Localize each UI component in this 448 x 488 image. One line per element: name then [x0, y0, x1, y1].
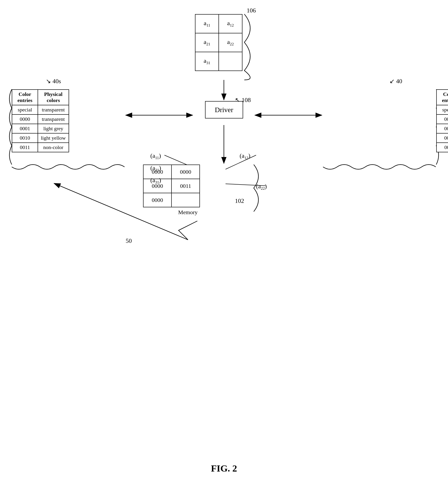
memory-row-3: 0000 [143, 193, 200, 207]
left-palette-header-row: Colorentries Physicalcolors [12, 89, 69, 105]
right-palette-row-2: 0010 light yellow [437, 133, 448, 143]
memory-cell-a31: 0000 [143, 193, 171, 207]
ref-106-label: 106 [247, 7, 256, 14]
display-grid-row: a21 a22 [195, 33, 242, 52]
right-palette-entry-0: 0000 [437, 114, 448, 124]
memory-cell-empty [171, 193, 200, 207]
left-palette-entry-special: special [12, 105, 38, 114]
display-cell-a31: a31 [195, 52, 219, 71]
display-cell-a11: a11 [195, 14, 219, 33]
left-palette-row-special: special transparent [12, 105, 69, 114]
left-palette-color-1: light grey [38, 124, 69, 133]
right-palette-entry-3: 0011 [437, 143, 448, 152]
right-palette-col1-header: Colorentries [437, 89, 448, 105]
driver-label: Driver [215, 106, 233, 114]
right-palette-row-3: 0011 yellow [437, 143, 448, 152]
right-palette-row-special: special transparent [437, 105, 448, 114]
a12-coord-label: (a12) [240, 152, 250, 160]
left-palette-row-3: 0011 non‑color [12, 143, 69, 152]
a21-coord-label: (a21) [150, 164, 161, 172]
display-grid-row: a31 [195, 52, 242, 71]
left-palette-color-0: transparent [38, 114, 69, 124]
right-palette-wavy [323, 164, 436, 169]
left-palette-row-1: 0001 light grey [12, 124, 69, 133]
memory-cell-a22: 0011 [171, 179, 200, 193]
left-palette-col1-header: Colorentries [12, 89, 38, 105]
left-palette-entry-3: 0011 [12, 143, 38, 152]
right-palette-entry-1: 0001 [437, 124, 448, 133]
right-palette-entry-special: special [437, 105, 448, 114]
driver-box: Driver [205, 101, 243, 118]
left-palette-entry-1: 0001 [12, 124, 38, 133]
display-cell-empty [219, 52, 242, 71]
memory-left-curl [178, 221, 197, 240]
display-grid-table: a11 a12 a21 a22 a31 [195, 14, 242, 71]
diagram-container: 106 a11 a12 a21 a22 a31 ↘ 40s ↙ 40 [0, 0, 448, 447]
right-palette-entry-2: 0010 [437, 133, 448, 143]
left-palette-color-3: non‑color [38, 143, 69, 152]
a31-coord-label: (a31) [150, 177, 161, 185]
left-palette-color-2: light yellow [38, 133, 69, 143]
a22-coord-label: (a22) [256, 183, 267, 191]
left-palette-color-special: transparent [38, 105, 69, 114]
right-palette-table: Colorentries Physicalcolors special tran… [436, 89, 448, 152]
ref-102-label: 102 [235, 197, 244, 204]
left-palette-wavy [12, 164, 125, 169]
fig-caption: FIG. 2 [211, 463, 237, 474]
ref-40-label: ↙ 40 [390, 78, 402, 85]
display-grid: a11 a12 a21 a22 a31 [195, 14, 242, 71]
display-cell-a22: a22 [219, 33, 242, 52]
left-palette-left-wavy [9, 89, 12, 164]
left-palette-row-2: 0010 light yellow [12, 133, 69, 143]
ref-108-label: ↖ 108 [235, 96, 251, 104]
left-palette-entry-0: 0000 [12, 114, 38, 124]
ref-50-label: 50 [126, 237, 132, 244]
display-cell-a12: a12 [219, 14, 242, 33]
a11-coord-label: (a11) [150, 152, 161, 160]
left-palette-entry-2: 0010 [12, 133, 38, 143]
left-palette-row-0: 0000 transparent [12, 114, 69, 124]
right-palette-row-0: 0000 non‑color [437, 114, 448, 124]
display-cell-a21: a21 [195, 33, 219, 52]
left-palette-col2-header: Physicalcolors [38, 89, 69, 105]
right-palette-header-row: Colorentries Physicalcolors [437, 89, 448, 105]
display-right-curl [244, 14, 250, 80]
ref-40s-label: ↘ 40s [46, 78, 61, 85]
left-palette-table: Colorentries Physicalcolors special tran… [12, 89, 69, 152]
memory-cell-a12: 0000 [171, 165, 200, 179]
memory-label: Memory [178, 209, 198, 216]
right-palette-row-1: 0001 light grey [437, 124, 448, 133]
display-grid-row: a11 a12 [195, 14, 242, 33]
